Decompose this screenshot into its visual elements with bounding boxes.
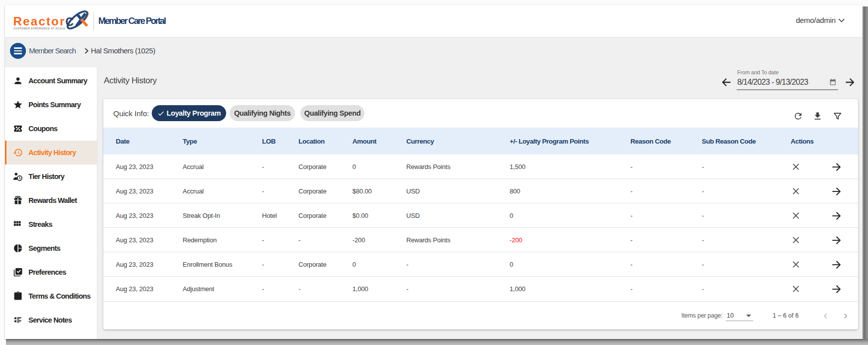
svg-text:Reactor: Reactor: [13, 14, 66, 28]
svg-text:CUSTOMER EXPERIENCE AT SCALE: CUSTOMER EXPERIENCE AT SCALE: [13, 27, 65, 30]
svg-text:C: C: [65, 15, 74, 28]
